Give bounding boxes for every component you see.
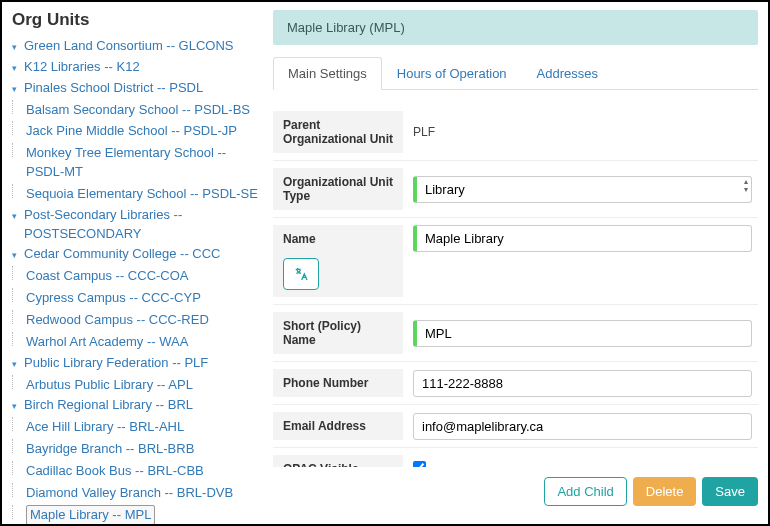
tree-link[interactable]: Cypress Campus -- CCC-CYP	[26, 289, 201, 308]
tab[interactable]: Main Settings	[273, 57, 382, 90]
tab-bar: Main SettingsHours of OperationAddresses	[273, 57, 758, 90]
tree-node: Sequoia Elementary School -- PSDL-SE	[12, 183, 261, 205]
tree-node: Diamond Valley Branch -- BRL-DVB	[12, 482, 261, 504]
tree-node: Jack Pine Middle School -- PSDL-JP	[12, 120, 261, 142]
parent-value: PLF	[403, 125, 758, 139]
tree-connector	[12, 121, 22, 135]
tab[interactable]: Addresses	[522, 57, 613, 90]
type-select[interactable]	[413, 176, 752, 203]
tree-connector	[12, 266, 22, 280]
sidebar-title: Org Units	[12, 10, 261, 30]
caret-icon[interactable]: ▾	[12, 358, 22, 371]
translate-icon	[293, 266, 309, 282]
tree-connector	[12, 310, 22, 324]
tree-connector	[12, 375, 22, 389]
tree-node: ▾Post-Secondary Libraries -- POSTSECONDA…	[12, 205, 261, 245]
button-row: Add Child Delete Save	[273, 467, 758, 516]
tree-connector	[12, 288, 22, 302]
email-label: Email Address	[273, 412, 403, 440]
caret-icon[interactable]: ▾	[12, 62, 22, 75]
tree-node: Coast Campus -- CCC-COA	[12, 265, 261, 287]
tree-link[interactable]: Redwood Campus -- CCC-RED	[26, 311, 209, 330]
add-child-button[interactable]: Add Child	[544, 477, 626, 506]
tree-link[interactable]: Arbutus Public Library -- APL	[26, 376, 193, 395]
name-label: Name	[283, 232, 316, 246]
tree-node: Redwood Campus -- CCC-RED	[12, 309, 261, 331]
tree-link[interactable]: Sequoia Elementary School -- PSDL-SE	[26, 185, 258, 204]
caret-icon[interactable]: ▾	[12, 210, 22, 223]
opac-label: OPAC Visible	[273, 455, 403, 467]
tree-node: ▾Birch Regional Library -- BRL	[12, 395, 261, 416]
tree-link[interactable]: Diamond Valley Branch -- BRL-DVB	[26, 484, 233, 503]
caret-icon[interactable]: ▾	[12, 83, 22, 96]
phone-label: Phone Number	[273, 369, 403, 397]
sidebar: Org Units ▾Green Land Consortium -- GLCO…	[2, 2, 267, 524]
tab[interactable]: Hours of Operation	[382, 57, 522, 90]
parent-label: Parent Organizational Unit	[273, 111, 403, 153]
tree-connector	[12, 184, 22, 198]
email-input[interactable]	[413, 413, 752, 440]
org-tree: ▾Green Land Consortium -- GLCONS▾K12 Lib…	[12, 36, 261, 524]
short-input[interactable]	[413, 320, 752, 347]
main-panel: Maple Library (MPL) Main SettingsHours o…	[267, 2, 768, 524]
tree-connector	[12, 483, 22, 497]
tree-connector	[12, 461, 22, 475]
tree-connector	[12, 505, 22, 519]
tree-connector	[12, 100, 22, 114]
tree-node: ▾Pinales School District -- PSDL	[12, 78, 261, 99]
tree-node: Ace Hill Library -- BRL-AHL	[12, 416, 261, 438]
tree-link[interactable]: Cedar Community College -- CCC	[24, 245, 221, 264]
tree-link[interactable]: K12 Libraries -- K12	[24, 58, 140, 77]
tree-link[interactable]: Ace Hill Library -- BRL-AHL	[26, 418, 184, 437]
type-label: Organizational Unit Type	[273, 168, 403, 210]
tree-link[interactable]: Maple Library -- MPL	[26, 505, 155, 524]
tree-node: Warhol Art Academy -- WAA	[12, 331, 261, 353]
caret-icon[interactable]: ▾	[12, 400, 22, 413]
tree-link[interactable]: Coast Campus -- CCC-COA	[26, 267, 189, 286]
tree-node: Monkey Tree Elementary School -- PSDL-MT	[12, 142, 261, 183]
tree-node: ▾Cedar Community College -- CCC	[12, 244, 261, 265]
tree-link[interactable]: Post-Secondary Libraries -- POSTSECONDAR…	[24, 206, 261, 244]
phone-input[interactable]	[413, 370, 752, 397]
delete-button[interactable]: Delete	[633, 477, 697, 506]
tree-link[interactable]: Public Library Federation -- PLF	[24, 354, 208, 373]
tree-node: Balsam Secondary School -- PSDL-BS	[12, 99, 261, 121]
name-input[interactable]	[413, 225, 752, 252]
tree-link[interactable]: Balsam Secondary School -- PSDL-BS	[26, 101, 250, 120]
tree-node: Maple Library -- MPL	[12, 504, 261, 524]
caret-icon[interactable]: ▾	[12, 249, 22, 262]
tree-connector	[12, 439, 22, 453]
tree-link[interactable]: Cadillac Book Bus -- BRL-CBB	[26, 462, 204, 481]
tree-link[interactable]: Warhol Art Academy -- WAA	[26, 333, 188, 352]
settings-form: Parent Organizational Unit PLF Organizat…	[273, 104, 758, 467]
tree-node: Arbutus Public Library -- APL	[12, 374, 261, 396]
tree-connector	[12, 332, 22, 346]
org-banner: Maple Library (MPL)	[273, 10, 758, 45]
tree-node: ▾K12 Libraries -- K12	[12, 57, 261, 78]
tree-link[interactable]: Monkey Tree Elementary School -- PSDL-MT	[26, 144, 261, 182]
tree-link[interactable]: Pinales School District -- PSDL	[24, 79, 203, 98]
tree-link[interactable]: Birch Regional Library -- BRL	[24, 396, 193, 415]
caret-icon[interactable]: ▾	[12, 41, 22, 54]
tree-node: Cadillac Book Bus -- BRL-CBB	[12, 460, 261, 482]
tree-node: ▾Public Library Federation -- PLF	[12, 353, 261, 374]
tree-connector	[12, 143, 22, 157]
save-button[interactable]: Save	[702, 477, 758, 506]
tree-connector	[12, 417, 22, 431]
short-label: Short (Policy) Name	[273, 312, 403, 354]
tree-node: Bayridge Branch -- BRL-BRB	[12, 438, 261, 460]
tree-link[interactable]: Green Land Consortium -- GLCONS	[24, 37, 234, 56]
tree-link[interactable]: Jack Pine Middle School -- PSDL-JP	[26, 122, 237, 141]
tree-link[interactable]: Bayridge Branch -- BRL-BRB	[26, 440, 194, 459]
tree-node: ▾Green Land Consortium -- GLCONS	[12, 36, 261, 57]
tree-node: Cypress Campus -- CCC-CYP	[12, 287, 261, 309]
translate-button[interactable]	[283, 258, 319, 290]
